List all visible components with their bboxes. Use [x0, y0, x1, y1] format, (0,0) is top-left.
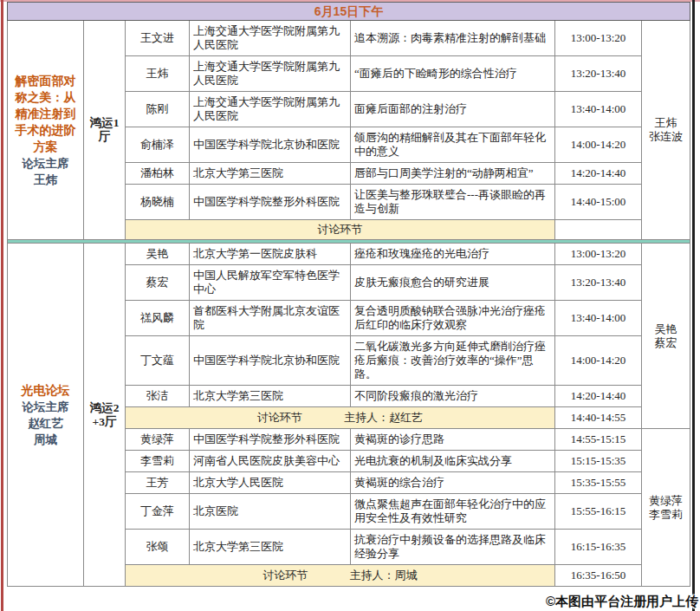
- affiliation-cell: 河南省人民医院皮肤美容中心: [190, 451, 351, 472]
- room-cell: 鸿运2+3厅: [84, 244, 126, 587]
- time-cell: 14:40-15:00: [555, 185, 642, 220]
- forum-title: 光电论坛: [10, 382, 81, 399]
- title-cell: 面瘫后面部的注射治疗: [351, 92, 555, 127]
- discussion-label: 讨论环节: [318, 223, 363, 236]
- time-cell: 13:20-13:40: [555, 56, 642, 92]
- forum-cell: 光电论坛论坛主席赵红艺周城: [8, 244, 84, 587]
- discussion-host-label: 主持人：: [350, 569, 395, 582]
- outer-border-left: [1, 0, 3, 611]
- title-cell: 抗衰治疗中射频设备的选择思路及临床经验分享: [351, 530, 555, 565]
- time-cell: 14:00-14:20: [555, 127, 642, 163]
- conference-schedule-table: 6月15日下午 解密面部对称之美：从精准注射到手术的进阶方案论坛主席王炜鸿运1厅…: [7, 2, 690, 587]
- outer-border-right: [692, 0, 695, 611]
- affiliation-cell: 首都医科大学附属北京友谊医院: [190, 301, 351, 336]
- time-cell: 14:40-14:55: [555, 407, 642, 429]
- discussion-host-label: 主持人：: [344, 411, 389, 424]
- title-cell: 黄褐斑的综合治疗: [351, 472, 555, 494]
- affiliation-cell: 北京大学第三医院: [190, 163, 351, 185]
- date-header: 6月15日下午: [8, 3, 690, 21]
- title-cell: 不同阶段瘢痕的激光治疗: [351, 386, 555, 407]
- time-cell: 13:00-13:20: [555, 21, 642, 56]
- affiliation-cell: 中国医学科学院北京协和医院: [190, 127, 351, 163]
- time-cell: 13:40-14:00: [555, 92, 642, 127]
- speaker-cell: 潘柏林: [126, 163, 190, 185]
- discussion-host: 主持人：周城: [350, 569, 418, 582]
- forum-cell: 解密面部对称之美：从精准注射到手术的进阶方案论坛主席王炜: [8, 21, 84, 240]
- time-cell: 16:15-16:35: [555, 530, 642, 565]
- moderator-cell: 王炜张连波: [642, 21, 690, 240]
- time-cell: 14:20-14:40: [555, 163, 642, 185]
- moderator-name: 黄绿萍: [645, 494, 686, 508]
- schedule-row: 解密面部对称之美：从精准注射到手术的进阶方案论坛主席王炜鸿运1厅王文进上海交通大…: [8, 21, 690, 56]
- affiliation-cell: 北京大学人民医院: [190, 472, 351, 494]
- moderator-name: 王炜: [645, 116, 686, 130]
- affiliation-cell: 北京大学第一医院皮肤科: [190, 244, 351, 265]
- discussion-cell: 讨论环节主持人：赵红艺: [126, 407, 555, 429]
- speaker-cell: 张颂: [126, 530, 190, 565]
- speaker-cell: 俞楠泽: [126, 127, 190, 163]
- speaker-cell: 禚风麟: [126, 301, 190, 336]
- moderator-name: 张连波: [645, 130, 686, 144]
- time-cell: 13:00-13:20: [555, 244, 642, 265]
- discussion-label: 讨论环节: [257, 411, 302, 424]
- schedule-page: 6月15日下午 解密面部对称之美：从精准注射到手术的进阶方案论坛主席王炜鸿运1厅…: [0, 0, 700, 611]
- speaker-cell: 丁金萍: [126, 494, 190, 530]
- speaker-cell: 王芳: [126, 472, 190, 494]
- time-cell: 14:00-14:20: [555, 336, 642, 386]
- time-cell: 14:55-15:15: [555, 429, 642, 451]
- date-header-row: 6月15日下午: [8, 3, 690, 21]
- discussion-host: 主持人：赵红艺: [344, 411, 423, 424]
- title-cell: “面瘫后的下睑畸形的综合性治疗: [351, 56, 555, 92]
- forum-chair-name: 赵红艺: [10, 415, 81, 432]
- time-cell: 13:20-13:40: [555, 265, 642, 301]
- title-cell: 黄褐斑的诊疗思路: [351, 429, 555, 451]
- title-cell: 复合透明质酸钠联合强脉冲光治疗痤疮后红印的临床疗效观察: [351, 301, 555, 336]
- affiliation-cell: 上海交通大学医学院附属第九人民医院: [190, 56, 351, 92]
- forum-chair-label: 论坛主席: [10, 399, 81, 415]
- discussion-cell: 讨论环节: [126, 220, 555, 240]
- speaker-cell: 王文进: [126, 21, 190, 56]
- forum-chair-name: 王炜: [10, 172, 81, 188]
- forum-chair-label: 论坛主席: [10, 155, 81, 172]
- speaker-cell: 王炜: [126, 56, 190, 92]
- time-cell: 13:40-14:00: [555, 301, 642, 336]
- forum-title: 解密面部对称之美：从精准注射到手术的进阶方案: [10, 73, 81, 155]
- discussion-host-name: 周城: [395, 569, 418, 582]
- time-cell: 15:35-15:55: [555, 472, 642, 494]
- speaker-cell: 吴艳: [126, 244, 190, 265]
- speaker-cell: 李雪莉: [126, 451, 190, 472]
- moderator-cell: 黄绿萍李雪莉: [642, 429, 690, 587]
- affiliation-cell: 北京大学第三医院: [190, 530, 351, 565]
- affiliation-cell: 上海交通大学医学院附属第九人民医院: [190, 21, 351, 56]
- affiliation-cell: 中国医学科学院整形外科医院: [190, 429, 351, 451]
- schedule-table-wrap: 6月15日下午 解密面部对称之美：从精准注射到手术的进阶方案论坛主席王炜鸿运1厅…: [7, 2, 690, 587]
- time-cell: 16:35-16:50: [555, 565, 642, 587]
- time-cell: [555, 220, 642, 240]
- speaker-cell: 张洁: [126, 386, 190, 407]
- title-cell: 让医美与整形珠联璧合---再谈眼睑的再造与创新: [351, 185, 555, 220]
- affiliation-cell: 中国人民解放军空军特色医学中心: [190, 265, 351, 301]
- title-cell: 微点聚焦超声在面部年轻化治疗中的应用安全性及有效性研究: [351, 494, 555, 530]
- time-cell: 14:20-14:40: [555, 386, 642, 407]
- forum-chair-name: 周城: [10, 432, 81, 448]
- discussion-host-name: 赵红艺: [389, 411, 423, 424]
- title-cell: 皮肤无瘢痕愈合的研究进展: [351, 265, 555, 301]
- speaker-cell: 杨晓楠: [126, 185, 190, 220]
- title-cell: 二氧化碳激光多方向延伸式磨削治疗痤疮后瘢痕：改善治疗效率的“操作”思路。: [351, 336, 555, 386]
- room-cell: 鸿运1厅: [84, 21, 126, 240]
- title-cell: 追本溯源：肉毒素精准注射的解剖基础: [351, 21, 555, 56]
- moderator-cell: 吴艳蔡宏: [642, 244, 690, 429]
- speaker-cell: 丁文蕴: [126, 336, 190, 386]
- affiliation-cell: 中国医学科学院整形外科医院: [190, 185, 351, 220]
- moderator-name: 蔡宏: [645, 336, 686, 350]
- moderator-name: 吴艳: [645, 322, 686, 336]
- speaker-cell: 蔡宏: [126, 265, 190, 301]
- title-cell: 痤疮和玫瑰痤疮的光电治疗: [351, 244, 555, 265]
- schedule-row: 光电论坛论坛主席赵红艺周城鸿运2+3厅吴艳北京大学第一医院皮肤科痤疮和玫瑰痤疮的…: [8, 244, 690, 265]
- title-cell: 颌唇沟的精细解剖及其在下面部年轻化中的意义: [351, 127, 555, 163]
- discussion-label: 讨论环节: [263, 569, 308, 582]
- discussion-cell: 讨论环节主持人：周城: [126, 565, 555, 587]
- affiliation-cell: 中国医学科学院北京协和医院: [190, 336, 351, 386]
- speaker-cell: 黄绿萍: [126, 429, 190, 451]
- platform-watermark: ©本图由平台注册用户上传: [546, 594, 698, 610]
